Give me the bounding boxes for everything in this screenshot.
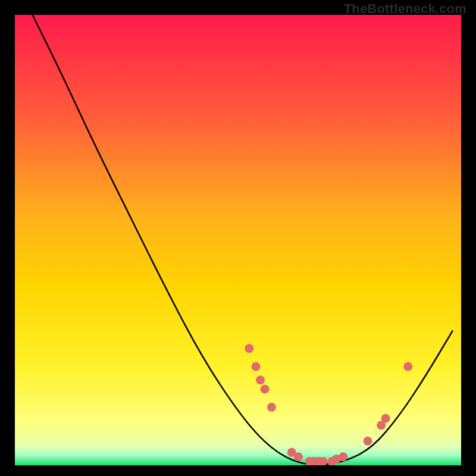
data-point-marker bbox=[318, 457, 327, 466]
bottleneck-curve-chart bbox=[0, 0, 476, 476]
data-point-marker bbox=[403, 362, 412, 371]
chart-container: TheBottleneck.com bbox=[0, 0, 476, 476]
data-point-marker bbox=[339, 452, 347, 461]
data-point-marker bbox=[256, 375, 265, 384]
gradient-plot-area bbox=[14, 14, 462, 466]
data-point-marker bbox=[252, 362, 261, 371]
data-point-marker bbox=[261, 384, 270, 393]
data-point-marker bbox=[364, 437, 372, 446]
data-point-marker bbox=[245, 344, 253, 353]
data-point-marker bbox=[267, 403, 276, 412]
data-point-marker bbox=[294, 452, 303, 461]
watermark-text: TheBottleneck.com bbox=[344, 1, 466, 17]
data-point-marker bbox=[381, 414, 390, 423]
